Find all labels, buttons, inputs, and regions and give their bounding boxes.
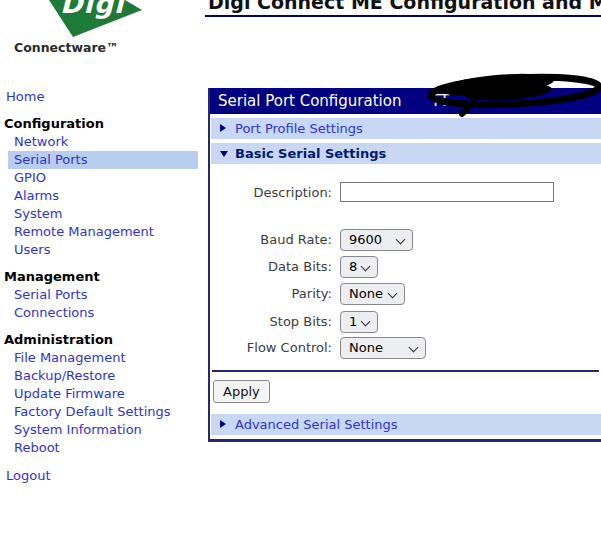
collapsed-triangle-icon <box>220 420 226 428</box>
collapsed-triangle-icon <box>220 124 226 132</box>
parity-select[interactable]: None <box>340 283 405 305</box>
page-title: Digi Connect ME Configuration and Manage… <box>208 0 601 13</box>
baud-rate-select[interactable]: 9600 <box>340 229 413 251</box>
page: Digi Connectware™ Digi Connect ME Config… <box>0 0 601 544</box>
sidebar-item-system-information[interactable]: System Information <box>8 421 198 439</box>
section-advanced-serial-settings[interactable]: Advanced Serial Settings <box>211 414 601 435</box>
data-bits-select[interactable]: 8 <box>340 256 378 278</box>
chevron-down-icon <box>409 343 419 353</box>
digi-logo-text: Digi <box>60 0 124 19</box>
description-input[interactable] <box>340 182 554 202</box>
stop-bits-value: 1 <box>349 312 357 332</box>
sidebar-item-network[interactable]: Network <box>8 133 198 151</box>
sidebar-item-serial-ports[interactable]: Serial Ports <box>8 151 198 169</box>
panel-header: Serial Port Configuration TT <box>210 88 601 114</box>
connectware-tagline: Connectware™ <box>14 40 119 55</box>
expanded-triangle-icon <box>220 151 228 157</box>
stop-bits-label: Stop Bits: <box>210 311 332 333</box>
sidebar-item-reboot[interactable]: Reboot <box>8 439 198 457</box>
sidebar-item-logout[interactable]: Logout <box>6 467 202 485</box>
sidebar-item-alarms[interactable]: Alarms <box>8 187 198 205</box>
form-row-data-bits: Data Bits:8 <box>210 256 601 278</box>
sidebar-item-users[interactable]: Users <box>8 241 198 259</box>
chevron-down-icon <box>388 289 398 299</box>
sidebar-item-factory-default-settings[interactable]: Factory Default Settings <box>8 403 198 421</box>
sidebar-section-title-administration: Administration <box>4 331 202 349</box>
chevron-down-icon <box>361 317 371 327</box>
sidebar-item-gpio[interactable]: GPIO <box>8 169 198 187</box>
parity-label: Parity: <box>210 283 332 305</box>
form-divider <box>212 370 599 372</box>
chevron-down-icon <box>396 235 406 245</box>
sidebar-item-file-management[interactable]: File Management <box>8 349 198 367</box>
form-row-flow-control: Flow Control:None <box>210 337 601 359</box>
panel-title: Serial Port Configuration <box>218 88 401 114</box>
baud-rate-label: Baud Rate: <box>210 229 332 251</box>
title-underline <box>205 15 601 17</box>
sidebar-item-system[interactable]: System <box>8 205 198 223</box>
chevron-down-icon <box>361 262 371 272</box>
sidebar-section-title-management: Management <box>4 268 202 286</box>
baud-rate-value: 9600 <box>349 230 382 250</box>
flow-control-value: None <box>349 338 383 358</box>
section-basic-serial-settings[interactable]: Basic Serial Settings <box>211 143 601 164</box>
flow-control-label: Flow Control: <box>210 337 332 359</box>
form-row-stop-bits: Stop Bits:1 <box>210 311 601 333</box>
sidebar-item-home[interactable]: Home <box>6 88 202 106</box>
sidebar-item-backup-restore[interactable]: Backup/Restore <box>8 367 198 385</box>
flow-control-select[interactable]: None <box>340 337 426 359</box>
apply-button[interactable]: Apply <box>213 380 270 403</box>
description-label: Description: <box>210 182 332 204</box>
parity-value: None <box>349 284 383 304</box>
redacted-port-name-fragment: TT <box>431 88 449 114</box>
sidebar-item-remote-management[interactable]: Remote Management <box>8 223 198 241</box>
sidebar-sections: ConfigurationNetworkSerial PortsGPIOAlar… <box>0 115 202 457</box>
section-port-profile-settings[interactable]: Port Profile Settings <box>211 118 601 139</box>
sidebar-item-serial-ports[interactable]: Serial Ports <box>8 286 198 304</box>
sidebar-section-title-configuration: Configuration <box>4 115 202 133</box>
sidebar-nav: Home ConfigurationNetworkSerial PortsGPI… <box>0 88 202 485</box>
sidebar-item-update-firmware[interactable]: Update Firmware <box>8 385 198 403</box>
sidebar-item-connections[interactable]: Connections <box>8 304 198 322</box>
form-row-baud-rate: Baud Rate:9600 <box>210 229 601 251</box>
form-row-description: Description: <box>210 182 601 204</box>
stop-bits-select[interactable]: 1 <box>340 311 378 333</box>
data-bits-label: Data Bits: <box>210 256 332 278</box>
data-bits-value: 8 <box>349 257 357 277</box>
form-row-parity: Parity:None <box>210 283 601 305</box>
serial-port-config-panel: Serial Port Configuration TT Port Profil… <box>208 88 601 442</box>
